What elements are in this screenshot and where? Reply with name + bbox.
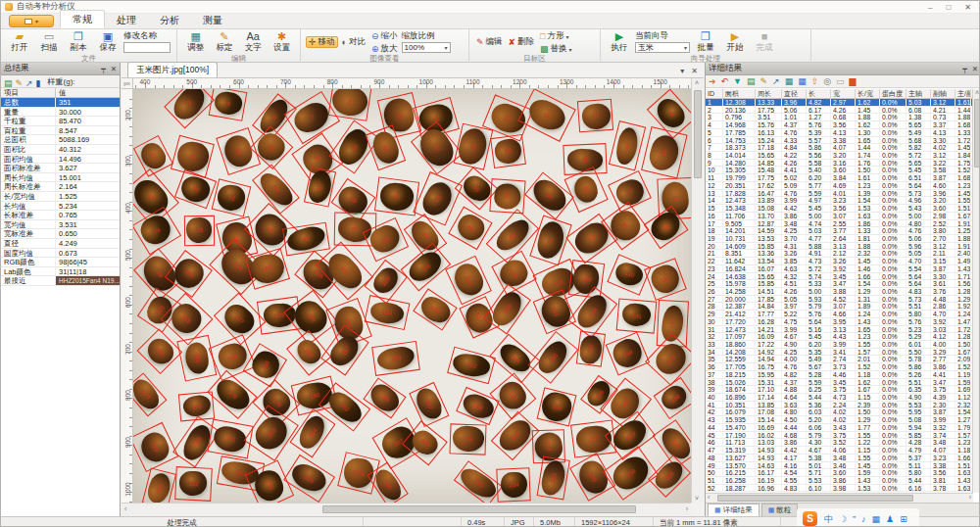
detection-box[interactable]: 235 <box>537 456 570 501</box>
contrast-button[interactable]: ◐对比 <box>340 36 368 48</box>
table-row[interactable]: 5016.21516.174.545.713.601.590.0%5.803.5… <box>706 469 973 477</box>
summary-row[interactable]: 面积比40.312 <box>1 145 120 155</box>
scroll-left-icon[interactable]: ‹ <box>124 505 126 512</box>
table-row[interactable]: 5116.25816.194.555.533.861.430.0%5.443.8… <box>706 477 973 485</box>
detection-box[interactable]: 145 <box>615 298 656 333</box>
summary-row[interactable]: 重量30.000 <box>1 108 120 118</box>
table-row[interactable]: 3718.21515.954.825.284.461.180.0%5.264.4… <box>706 371 973 379</box>
summary-row[interactable]: 宽标准差0.650 <box>1 229 120 239</box>
table-row[interactable]: 4611.71313.033.864.303.521.220.0%4.283.4… <box>706 439 973 447</box>
grid-icon[interactable]: ⊞ <box>900 514 907 524</box>
table-row[interactable]: 1515.34815.084.425.453.561.530.0%5.433.6… <box>706 205 973 213</box>
column-header[interactable]: 宽 <box>831 89 856 98</box>
chart-icon[interactable]: ▆ <box>850 75 857 87</box>
table-row[interactable]: 3318.86017.224.906.203.991.550.0%6.014.0… <box>706 341 973 349</box>
detection-box[interactable]: 50 <box>174 169 217 210</box>
close-icon[interactable]: ✕ <box>111 63 117 75</box>
batch-button[interactable]: ❒批量 <box>692 30 719 52</box>
detection-box[interactable]: 167 <box>575 331 606 367</box>
table-row[interactable]: 4315.93515.144.505.204.021.290.0%5.083.9… <box>706 416 973 424</box>
detection-box[interactable]: 21 <box>133 135 173 177</box>
rename-input[interactable] <box>123 42 171 53</box>
pin-icon[interactable]: ┯ <box>962 63 967 75</box>
detection-box[interactable]: 169 <box>605 332 650 376</box>
table-row[interactable]: 914.28014.854.265.583.161.760.0%5.653.22… <box>706 160 973 168</box>
table-row[interactable]: 4813.62714.934.175.383.481.550.0%5.373.2… <box>706 455 973 462</box>
detection-box[interactable]: 91 <box>529 216 571 265</box>
summary-row[interactable]: 长/宽均值1.525 <box>1 192 120 202</box>
detection-box[interactable]: 221 <box>141 467 176 503</box>
detection-box[interactable]: 155 <box>243 343 288 388</box>
table-row[interactable]: 1220.35117.625.095.774.691.230.0%5.644.6… <box>706 182 973 190</box>
detection-box[interactable]: 111 <box>400 243 451 292</box>
table-row[interactable]: 220.13617.755.066.174.261.450.0%6.084.21… <box>706 107 973 115</box>
start-button[interactable]: ▶开始 <box>721 30 749 52</box>
table-row[interactable]: 1119.79917.755.026.203.841.610.0%6.513.8… <box>706 174 973 182</box>
table-row[interactable]: 3414.20814.924.255.353.411.570.0%5.503.2… <box>706 349 973 357</box>
detection-box[interactable]: 193 <box>536 387 576 426</box>
detection-box[interactable]: 203 <box>244 405 299 461</box>
table-row[interactable]: 2014.60915.854.315.883.131.880.0%5.963.1… <box>706 243 973 251</box>
detection-box[interactable]: 185 <box>364 377 407 418</box>
database-icon[interactable]: ▮ <box>36 78 41 88</box>
tab-measure[interactable]: 测量 <box>191 12 234 28</box>
export-icon[interactable]: ↗ <box>772 75 780 87</box>
detection-box[interactable]: 135 <box>413 288 458 330</box>
scan-button[interactable]: ▭扫描 <box>35 30 63 52</box>
table-row[interactable]: 4216.07917.084.806.034.021.500.0%5.953.8… <box>706 408 973 416</box>
summary-row[interactable]: 面积标准差3.627 <box>1 164 120 173</box>
column-header[interactable]: 蛋白度 <box>880 89 906 98</box>
edit-icon[interactable]: ✎ <box>16 78 24 88</box>
table-row[interactable]: 2614.25814.514.265.003.881.290.0%4.833.7… <box>706 288 973 296</box>
table-row[interactable]: 3617.70516.754.765.673.731.520.0%5.863.8… <box>706 363 973 371</box>
detection-box[interactable]: 204 <box>289 407 335 457</box>
table-row[interactable]: 1910.73113.533.704.772.641.810.0%5.062.7… <box>706 235 973 243</box>
tab-detail-results[interactable]: ▦详细结果 <box>708 503 760 516</box>
scrollbar-thumb[interactable] <box>974 99 980 168</box>
detection-box[interactable]: 16 <box>517 89 575 142</box>
zoom-out-button[interactable]: ⊖缩小 <box>369 30 400 42</box>
table-row[interactable]: 2921.41217.775.225.764.661.240.0%5.804.7… <box>706 311 973 318</box>
table-row[interactable]: 614.75315.244.335.573.381.650.0%5.683.30… <box>706 137 973 145</box>
detection-box[interactable]: 82 <box>282 221 330 256</box>
detection-box[interactable]: 234 <box>497 467 532 503</box>
chevron-down-icon[interactable]: ▾ <box>680 67 684 75</box>
column-header-value[interactable]: 值 <box>56 88 120 97</box>
table-row[interactable]: 4016.89617.144.645.444.731.150.0%4.904.3… <box>706 394 973 402</box>
table-row[interactable]: 4517.19016.024.685.793.751.550.0%5.853.7… <box>706 432 973 440</box>
detection-box[interactable]: 198 <box>653 377 691 419</box>
detection-box[interactable]: 174 <box>133 372 168 416</box>
scroll-down-icon[interactable]: ˅ <box>695 495 699 502</box>
mic-icon[interactable]: ♪ <box>861 514 866 524</box>
document-tab[interactable]: 玉米图片.jpg[100%] <box>127 62 218 77</box>
table-row[interactable]: 3512.55914.944.005.492.742.010.0%5.782.7… <box>706 356 973 363</box>
summary-row[interactable]: 面积均值14.496 <box>1 155 120 165</box>
detection-box[interactable]: 150 <box>137 329 183 375</box>
printer2-icon[interactable]: ▦ <box>798 75 807 87</box>
table-row[interactable]: 179.50512.873.484.742.551.860.0%4.802.52… <box>706 220 973 228</box>
column-header[interactable]: 主轴 <box>906 89 931 98</box>
summary-row[interactable]: RGB颜色98|66|45 <box>1 258 120 267</box>
scrollbar-thumb[interactable] <box>694 90 702 178</box>
move-tool-button[interactable]: ✛移动 <box>306 36 338 48</box>
summary-row[interactable]: 长标准差0.765 <box>1 211 120 220</box>
photo-canvas[interactable]: 3467810121516171921222426293134374042454… <box>133 89 691 503</box>
column-header[interactable]: 副轴 <box>931 89 956 98</box>
copy-button[interactable]: ❐副本 <box>65 30 92 52</box>
minimize-button[interactable]: – <box>928 1 932 14</box>
table-row[interactable]: 1015.30515.484.415.403.601.500.0%5.453.5… <box>706 167 973 174</box>
column-header[interactable]: 主/副 <box>956 89 971 98</box>
export-icon[interactable]: ↗ <box>25 78 33 88</box>
summary-row[interactable]: 周长均值15.001 <box>1 173 120 183</box>
detection-box[interactable]: 54 <box>252 165 300 215</box>
scroll-right-icon[interactable]: › <box>686 505 688 512</box>
table-row[interactable]: 1317.82816.474.765.594.011.390.0%5.733.9… <box>706 190 973 198</box>
scroll-up-icon[interactable]: ˄ <box>975 89 979 96</box>
table-row[interactable]: 1814.20114.594.255.033.771.330.0%4.763.8… <box>706 227 973 235</box>
detection-box[interactable]: 42 <box>490 134 526 168</box>
calibrate-button[interactable]: ✎标定 <box>211 30 237 52</box>
table-row[interactable]: 3217.09716.094.675.454.431.230.0%5.294.1… <box>706 333 973 341</box>
filter-icon[interactable]: ▼ <box>733 75 742 87</box>
finish-button[interactable]: ■完成 <box>751 30 778 52</box>
table-row[interactable]: 814.01415.654.225.563.201.740.0%5.723.12… <box>706 152 973 160</box>
